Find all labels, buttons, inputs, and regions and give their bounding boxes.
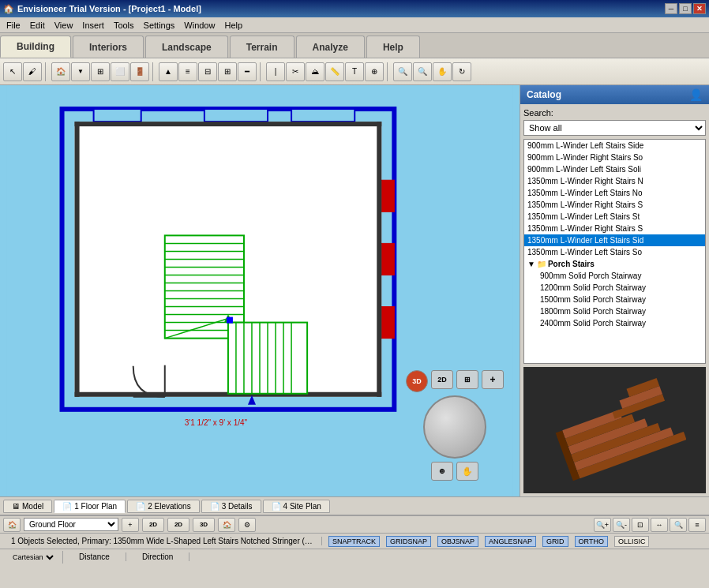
stair-tool-button[interactable]: ≡ — [178, 62, 197, 81]
menu-settings[interactable]: Settings — [139, 19, 180, 32]
svg-rect-8 — [381, 307, 394, 339]
hand-view-button[interactable]: ✋ — [456, 462, 478, 481]
2d-mode-button[interactable]: 2D — [142, 518, 164, 532]
catalog-item[interactable]: 1350mm L-Winder Right Stairs S — [524, 199, 705, 211]
measure-tool-button[interactable]: 📏 — [325, 62, 344, 81]
catalog-item[interactable]: 1800mm Solid Porch Stairway — [524, 305, 705, 317]
anglesnap-button[interactable]: ANGLESNAP — [485, 536, 536, 547]
coordinate-system-select[interactable]: Cartesian — [9, 551, 56, 564]
trim-tool-button[interactable]: ✂ — [286, 62, 305, 81]
tab-model[interactable]: 🖥 Model — [3, 500, 52, 513]
house-mode-button[interactable]: 🏠 — [218, 518, 235, 532]
3d-mode-button[interactable]: 3D — [193, 518, 215, 532]
maximize-button[interactable]: □ — [679, 3, 692, 14]
menu-edit[interactable]: Edit — [25, 19, 50, 32]
navigation-ball[interactable] — [423, 395, 486, 459]
paint-tool-button[interactable]: 🖌 — [23, 62, 42, 81]
floor-select[interactable]: Ground Floor First Floor Second Floor Ba… — [24, 518, 118, 531]
snaptrack-button[interactable]: SNAPTRACK — [328, 536, 380, 547]
select-tool-button[interactable]: ↖ — [3, 62, 22, 81]
catalog-list[interactable]: 900mm L-Winder Left Stairs Side 900mm L-… — [523, 139, 706, 364]
menu-view[interactable]: View — [50, 19, 78, 32]
svg-rect-5 — [291, 109, 354, 122]
catalog-item[interactable]: 900mm Solid Porch Stairway — [524, 270, 705, 282]
catalog-item[interactable]: 1200mm Solid Porch Stairway — [524, 282, 705, 294]
close-button[interactable]: ✕ — [693, 3, 706, 14]
catalog-item[interactable]: 2400mm Solid Porch Stairway — [524, 317, 705, 329]
rotate-tool-button[interactable]: ↻ — [452, 62, 471, 81]
2d-alt-mode-button[interactable]: 2D — [167, 518, 189, 532]
tab-site-plan[interactable]: 📄 4 Site Plan — [263, 500, 330, 513]
settings-mode-button[interactable]: ⚙ — [238, 518, 256, 532]
collision-button[interactable]: OLLISIC — [614, 536, 650, 547]
objsnap-button[interactable]: OBJSNAP — [437, 536, 478, 547]
window-tool-button[interactable]: ⬜ — [111, 62, 129, 81]
catalog-item[interactable]: 1500mm Solid Porch Stairway — [524, 294, 705, 305]
grid-view-button[interactable]: ⊞ — [456, 370, 478, 389]
pan-tool-button[interactable]: ✋ — [433, 62, 452, 81]
catalog-panel: Catalog 👤 Search: Show all Stairs Porch … — [520, 85, 709, 496]
zoom-in-tool-button[interactable]: 🔍 — [393, 62, 412, 81]
menu-window[interactable]: Window — [179, 19, 219, 32]
tab-analyze[interactable]: Analyze — [296, 36, 365, 58]
text-tool-button[interactable]: T — [345, 62, 364, 81]
ortho-button[interactable]: ORTHO — [575, 536, 608, 547]
ceiling-tool-button[interactable]: ⊞ — [218, 62, 237, 81]
catalog-item[interactable]: 1350mm L-Winder Right Stairs S — [524, 223, 705, 234]
canvas-area[interactable]: 3'1 1/2" x 9' x 1/4" 3D 2D ⊞ + ⊕ ✋ — [0, 85, 520, 496]
zoom-custom-button[interactable]: ≡ — [688, 518, 706, 532]
column-tool-button[interactable]: | — [266, 62, 285, 81]
catalog-item[interactable]: 900mm L-Winder Left Stairs Soli — [524, 163, 705, 175]
zoom-width-button[interactable]: ↔ — [651, 518, 668, 532]
site-plan-tab-label: 4 Site Plan — [283, 502, 321, 511]
add-floor-button[interactable]: + — [122, 518, 139, 532]
zoom-out-button[interactable]: 🔍- — [613, 518, 630, 532]
symbol-tool-button[interactable]: ⊕ — [365, 62, 384, 81]
wall-type-button[interactable]: ▼ — [71, 62, 90, 81]
toolbar-separator-4 — [387, 62, 390, 81]
add-view-button[interactable]: + — [482, 370, 504, 389]
tab-landscape[interactable]: Landscape — [145, 36, 228, 58]
minimize-button[interactable]: ─ — [665, 3, 677, 14]
catalog-item[interactable]: 1350mm L-Winder Right Stairs N — [524, 175, 705, 187]
catalog-item[interactable]: 1350mm L-Winder Left Stairs So — [524, 246, 705, 258]
floor-tool-button[interactable]: ⊟ — [198, 62, 217, 81]
terrain-tool-button[interactable]: ⛰ — [306, 62, 324, 81]
zoom-out-tool-button[interactable]: 🔍 — [413, 62, 432, 81]
catalog-item[interactable]: 1350mm L-Winder Left Stairs St — [524, 211, 705, 223]
menu-insert[interactable]: Insert — [77, 19, 109, 32]
wall-tool-button[interactable]: 🏠 — [51, 62, 70, 81]
zoom-in-button[interactable]: 🔍+ — [594, 518, 611, 532]
door-tool-button[interactable]: 🚪 — [130, 62, 149, 81]
menu-help[interactable]: Help — [219, 19, 247, 32]
svg-rect-10 — [377, 122, 381, 397]
tab-elevations[interactable]: 📄 2 Elevations — [127, 500, 199, 513]
catalog-folder-porch[interactable]: ▼ 📁 Porch Stairs — [524, 258, 705, 270]
distance-label: Distance — [63, 552, 126, 561]
menu-tools[interactable]: Tools — [109, 19, 139, 32]
zoom-search-button[interactable]: 🔍 — [670, 518, 687, 532]
cursor-view-button[interactable]: ⊕ — [431, 462, 453, 481]
zoom-fit-button[interactable]: ⊡ — [632, 518, 649, 532]
tab-interiors[interactable]: Interiors — [73, 36, 144, 58]
roof-tool-button[interactable]: ▲ — [159, 62, 178, 81]
tab-terrain[interactable]: Terrain — [230, 36, 294, 58]
grid-button[interactable]: GRID — [542, 536, 568, 547]
beam-tool-button[interactable]: ━ — [238, 62, 257, 81]
catalog-item[interactable]: 1350mm L-Winder Left Stairs No — [524, 187, 705, 199]
wall-settings-button[interactable]: ⊞ — [91, 62, 110, 81]
window-controls[interactable]: ─ □ ✕ — [665, 3, 706, 14]
tab-help[interactable]: Help — [366, 36, 420, 58]
tab-floor-plan[interactable]: 📄 1 Floor Plan — [54, 500, 126, 513]
toolbar-separator-1 — [45, 62, 48, 81]
catalog-dropdown[interactable]: Show all Stairs Porch Stairs Windows Doo… — [523, 120, 706, 136]
tab-details[interactable]: 📄 3 Details — [201, 500, 261, 513]
2d-view-button[interactable]: 2D — [431, 370, 453, 389]
catalog-item-selected[interactable]: 1350mm L-Winder Left Stairs Sid — [524, 234, 705, 246]
catalog-item[interactable]: 900mm L-Winder Left Stairs Side — [524, 140, 705, 152]
3d-view-button[interactable]: 3D — [406, 370, 428, 392]
tab-building[interactable]: Building — [0, 36, 71, 58]
catalog-item[interactable]: 900mm L-Winder Right Stairs So — [524, 152, 705, 163]
menu-file[interactable]: File — [2, 19, 25, 32]
gridsnap-button[interactable]: GRIDSNAP — [386, 536, 431, 547]
